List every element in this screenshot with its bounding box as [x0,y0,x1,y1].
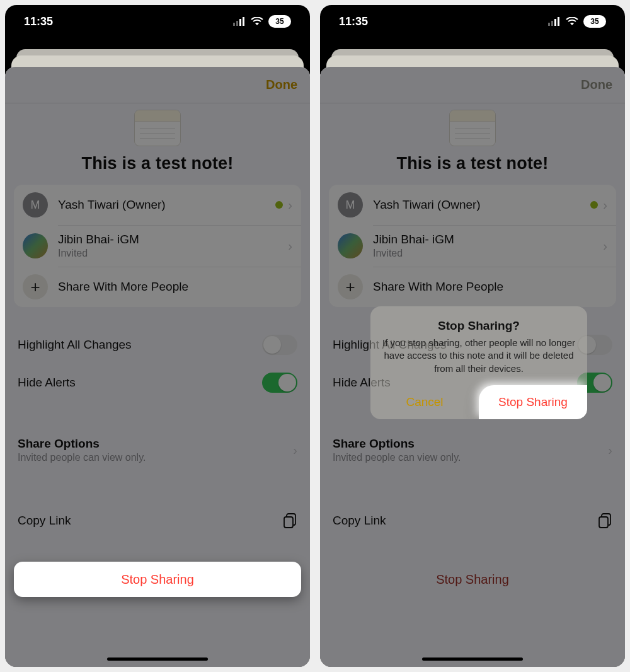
participants-card: M Yash Tiwari (Owner) › Jibin Bhai- iGM … [14,185,301,307]
chevron-right-icon: › [603,239,607,253]
alert-confirm-button[interactable]: Stop Sharing [479,385,587,419]
note-thumbnail-icon [449,110,496,146]
done-button[interactable]: Done [266,78,297,92]
participant-name: Yash Tiwari (Owner) [58,198,275,212]
add-people-label: Share With More People [58,280,292,294]
add-people-row[interactable]: + Share With More People [14,267,301,307]
note-title: This is a test note! [5,154,310,173]
share-options-title: Share Options [18,437,146,451]
participant-name: Yash Tiwari (Owner) [373,198,590,212]
note-thumbnail-icon [134,110,181,146]
setting-label: Hide Alerts [18,376,76,390]
share-options-row[interactable]: Share Options Invited people can view on… [14,427,301,473]
battery-indicator: 35 [268,15,291,28]
participant-owner-row[interactable]: M Yash Tiwari (Owner) › [329,185,616,225]
status-bar: 11:35 35 [5,5,310,38]
svg-rect-1 [236,21,238,26]
svg-rect-5 [548,23,550,26]
stop-sharing-button[interactable]: Stop Sharing [14,562,301,597]
status-icons: 35 [548,15,606,28]
svg-rect-4 [284,517,293,528]
avatar: M [338,192,363,217]
copy-icon [597,513,612,529]
add-people-label: Share With More People [373,280,607,294]
share-options-title: Share Options [333,437,461,451]
participant-status: Invited [373,248,603,259]
copy-icon [282,513,297,529]
done-button[interactable]: Done [581,78,612,92]
chevron-right-icon: › [608,443,612,458]
home-indicator [107,658,208,661]
add-people-row[interactable]: + Share With More People [329,267,616,307]
chevron-right-icon: › [288,198,292,212]
svg-rect-9 [599,517,608,528]
copy-link-label: Copy Link [18,514,71,528]
setting-label: Highlight All Changes [18,338,132,352]
svg-rect-7 [554,19,556,26]
status-icons: 35 [233,15,291,28]
participant-invitee-row[interactable]: Jibin Bhai- iGM Invited › [14,225,301,267]
plus-icon: + [338,274,363,299]
participant-owner-row[interactable]: M Yash Tiwari (Owner) › [14,185,301,225]
clock: 11:35 [339,15,368,28]
avatar [23,233,48,258]
alert-cancel-button[interactable]: Cancel [370,385,479,419]
svg-rect-0 [233,23,235,26]
sheet-header: Done [5,67,310,103]
chevron-right-icon: › [293,443,297,458]
home-indicator [422,658,523,661]
chevron-right-icon: › [603,198,607,212]
avatar [338,233,363,258]
share-options-subtitle: Invited people can view only. [333,452,461,463]
copy-link-row[interactable]: Copy Link [329,499,616,543]
alert-cancel-label: Cancel [406,395,443,409]
highlight-changes-toggle[interactable] [262,335,297,355]
stop-sharing-label: Stop Sharing [436,572,509,587]
svg-rect-6 [551,21,553,26]
copy-link-row[interactable]: Copy Link [14,499,301,543]
plus-icon: + [23,274,48,299]
note-title: This is a test note! [320,154,625,173]
highlight-changes-row: Highlight All Changes [14,326,301,364]
battery-indicator: 35 [583,15,606,28]
participant-name: Jibin Bhai- iGM [373,233,603,246]
avatar: M [23,192,48,217]
online-dot-icon [590,201,598,209]
participant-name: Jibin Bhai- iGM [58,233,288,246]
alert-confirm-label: Stop Sharing [498,395,568,409]
share-options-subtitle: Invited people can view only. [18,452,146,463]
online-dot-icon [275,201,283,209]
svg-rect-8 [558,17,559,26]
participant-status: Invited [58,248,288,259]
cellular-signal-icon [548,17,561,26]
screen-right: 11:35 35 Done This is a test note! [320,5,625,667]
cellular-signal-icon [233,17,246,26]
copy-link-label: Copy Link [333,514,386,528]
hide-alerts-row: Hide Alerts [14,364,301,402]
participants-card: M Yash Tiwari (Owner) › Jibin Bhai- iGM … [329,185,616,307]
wifi-icon [251,17,263,26]
clock: 11:35 [24,15,53,28]
share-sheet: Done This is a test note! M Yash Tiwari … [5,67,310,667]
stop-sharing-alert: Stop Sharing? If you stop sharing, other… [370,306,587,419]
stop-sharing-label: Stop Sharing [121,572,194,587]
alert-message: If you stop sharing, other people will n… [382,337,576,375]
status-bar: 11:35 35 [320,5,625,38]
share-options-row[interactable]: Share Options Invited people can view on… [329,427,616,473]
svg-rect-2 [239,19,241,26]
screen-left: 11:35 35 Done This is a test note! [5,5,310,667]
svg-rect-3 [243,17,244,26]
hide-alerts-toggle[interactable] [262,373,297,393]
share-sheet: Done This is a test note! M Yash Tiwari … [320,67,625,667]
chevron-right-icon: › [288,239,292,253]
alert-title: Stop Sharing? [382,319,576,333]
stop-sharing-button[interactable]: Stop Sharing [329,562,616,597]
sheet-header: Done [320,67,625,103]
wifi-icon [566,17,578,26]
participant-invitee-row[interactable]: Jibin Bhai- iGM Invited › [329,225,616,267]
settings-section: Highlight All Changes Hide Alerts [14,326,301,402]
screenshot-pair: 11:35 35 Done This is a test note! [0,0,630,672]
